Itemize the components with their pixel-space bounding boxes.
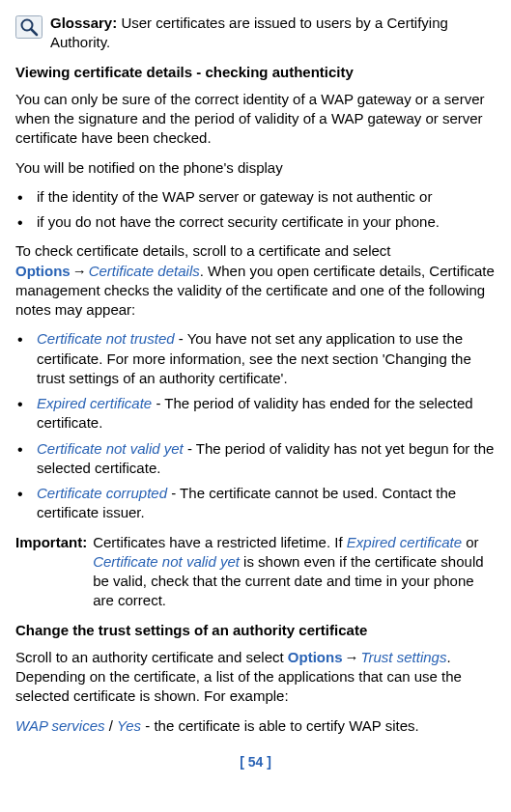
para-viewing-1: You can only be sure of the correct iden… — [15, 90, 496, 149]
text: - the certificate is able to certify WAP… — [141, 717, 419, 734]
arrow-icon: → — [71, 263, 89, 279]
para-trust-1: Scroll to an authority certificate and s… — [15, 648, 496, 707]
note-term: Certificate not valid yet — [37, 440, 184, 457]
note-term: Certificate not trusted — [37, 330, 175, 347]
example-app: WAP services — [15, 717, 105, 734]
list-item: if you do not have the correct security … — [15, 212, 496, 232]
options-link: Options — [15, 263, 71, 279]
page-number: [ 54 ] — [15, 753, 496, 771]
heading-trust-settings: Change the trust settings of an authorit… — [15, 621, 496, 640]
important-text: Certificates have a restricted lifetime.… — [91, 533, 496, 611]
list-item-text: if the identity of the WAP server or gat… — [37, 188, 432, 205]
text: Scroll to an authority certificate and s… — [15, 649, 288, 665]
list-item: if the identity of the WAP server or gat… — [15, 187, 496, 207]
notify-list: if the identity of the WAP server or gat… — [15, 187, 496, 233]
example-value: Yes — [117, 717, 141, 734]
text: To check certificate details, scroll to … — [15, 242, 391, 259]
important-label: Important: — [15, 533, 91, 611]
text: / — [105, 717, 118, 734]
arrow-icon: → — [342, 649, 360, 665]
list-item: Certificate not valid yet - The period o… — [15, 439, 496, 479]
list-item: Certificate not trusted - You have not s… — [15, 329, 496, 388]
options-link: Options — [288, 649, 343, 665]
menu-item-certificate-details: Certificate details — [89, 263, 200, 279]
para-viewing-2: You will be notified on the phone's disp… — [15, 158, 496, 178]
notes-list: Certificate not trusted - You have not s… — [15, 329, 496, 522]
note-term: Certificate corrupted — [37, 485, 167, 501]
para-check-details: To check certificate details, scroll to … — [15, 241, 496, 320]
list-item-text: if you do not have the correct security … — [37, 213, 440, 230]
term-expired: Expired certificate — [347, 534, 462, 550]
heading-viewing: Viewing certificate details - checking a… — [15, 63, 496, 82]
glossary-text: Glossary: User certificates are issued t… — [50, 14, 496, 53]
text: Certificates have a restricted lifetime.… — [93, 534, 347, 550]
list-item: Expired certificate - The period of vali… — [15, 394, 496, 434]
important-block: Important: Certificates have a restricte… — [15, 533, 496, 611]
text: or — [462, 534, 479, 550]
document-page: Glossary: User certificates are issued t… — [0, 0, 511, 781]
glossary-block: Glossary: User certificates are issued t… — [15, 14, 496, 53]
menu-item-trust-settings: Trust settings — [360, 649, 446, 665]
glossary-label: Glossary: — [50, 14, 117, 31]
para-trust-example: WAP services / Yes - the certificate is … — [15, 716, 496, 736]
list-item: Certificate corrupted - The certificate … — [15, 484, 496, 523]
note-term: Expired certificate — [37, 395, 152, 411]
magnifier-icon — [15, 15, 43, 39]
term-not-valid-yet: Certificate not valid yet — [93, 553, 240, 570]
